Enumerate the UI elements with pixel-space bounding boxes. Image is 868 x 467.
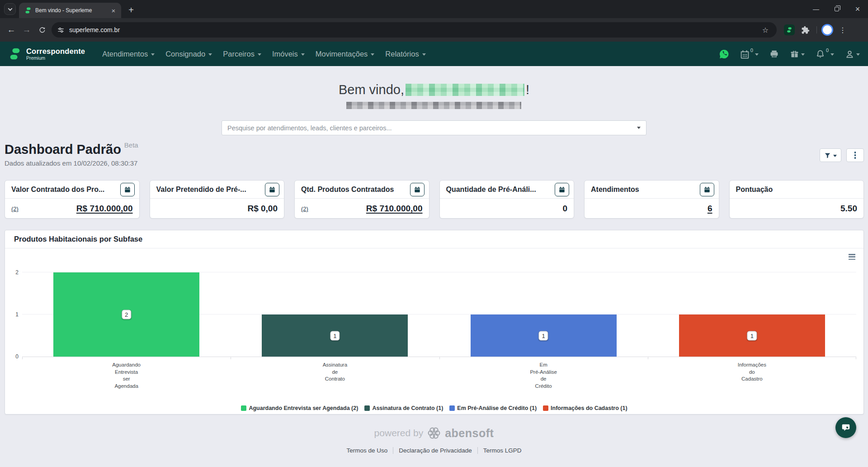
stat-card-value[interactable]: R$ 710.000,00 [76,204,133,214]
footer-links: Termos de UsoDeclaração de PrivacidadeTe… [0,447,868,454]
chart-menu-button[interactable] [847,253,857,261]
address-bar[interactable]: superleme.com.br ☆ [52,22,777,38]
gift-menu-button[interactable] [790,49,805,59]
chart-card: Produtos Habitacionais por Subfase 01221… [5,230,864,415]
tab-close-icon[interactable]: × [109,6,118,14]
legend-item[interactable]: Em Pré-Análise de Crédito (1) [449,405,537,411]
notifications-badge: 0 [826,48,829,53]
legend-item[interactable]: Aguardando Entrevista ser Agendada (2) [241,405,358,411]
welcome-prefix: Bem vindo, [339,82,404,97]
calendar-icon [740,49,750,59]
stat-card-title: Valor Contratado dos Pro... [11,186,104,194]
chevron-down-icon [856,53,860,56]
back-button[interactable]: ← [4,22,19,38]
welcome-heading: Bem vindo,! [0,82,868,97]
chart-bar[interactable]: 1 [471,315,617,357]
tab-search-button[interactable] [4,3,16,15]
legend-swatch [364,405,370,411]
bookmark-star-icon[interactable]: ☆ [760,24,771,36]
restore-button[interactable] [826,0,847,18]
chevron-down-icon [258,53,261,56]
stat-card-title: Qtd. Produtos Contratados [301,186,394,194]
new-tab-button[interactable]: + [125,4,137,16]
chevron-down-icon [755,53,759,56]
stat-cards-row: Valor Contratado dos Pro... (2) R$ 710.0… [5,180,864,219]
footer-link[interactable]: Termos de Uso [347,447,388,454]
chart-x-label: Em Pré-Análise de Crédito [439,362,648,390]
navbar-menu-item-label: Consignado [165,50,205,58]
stat-card-value[interactable]: 5.50 [840,204,857,214]
chart-y-tick-label: 2 [9,269,19,276]
site-info-icon[interactable] [57,26,65,34]
chart-bar[interactable]: 1 [262,315,408,357]
reload-button[interactable] [34,22,50,38]
chart-card-title: Produtos Habitacionais por Subfase [5,230,863,248]
stat-card-calendar-button[interactable] [120,183,135,196]
superleme-extension-icon[interactable] [784,24,795,35]
navbar-menu-item-label: Parceiros [223,50,255,58]
browser-tab-active[interactable]: Bem vindo - Superleme × [19,3,121,18]
navbar-menu-item-label: Atendimentos [102,50,148,58]
legend-item[interactable]: Informações do Cadastro (1) [543,405,627,411]
navbar-menu-item[interactable]: Movimentações [316,50,375,58]
chart-body: 0122111 Aguardando Entrevista ser Agenda… [5,248,863,414]
filter-button[interactable] [820,148,841,162]
tab-title: Bem vindo - Superleme [35,7,109,14]
navbar-menu-item[interactable]: Consignado [165,50,212,58]
navbar-menu-item[interactable]: Imóveis [272,50,305,58]
brand-logo-link[interactable]: Correspondente Premium [8,47,85,61]
global-search-select[interactable]: Pesquise por atendimentos, leads, client… [222,120,646,135]
chevron-down-icon [301,53,305,56]
stat-card-count-link[interactable]: (2) [301,205,308,212]
calendar-menu-button[interactable]: 0 [740,49,759,59]
stat-card-value[interactable]: R$ 0,00 [247,204,278,214]
chevron-down-icon [637,127,641,129]
chat-bubble-icon [841,423,851,433]
chart-x-axis-labels: Aguardando Entrevista ser AgendadaAssina… [22,362,856,398]
notifications-button[interactable]: 0 [816,49,834,59]
navbar-menu-item-label: Relatórios [385,50,419,58]
dashboard-header: Dashboard PadrãoBeta Dados atualizados e… [5,141,138,167]
stat-card-value[interactable]: R$ 710.000,00 [366,204,423,214]
extensions-button[interactable] [798,23,812,37]
chart-bar-value-label: 1 [330,331,340,340]
close-button[interactable]: × [847,0,868,18]
chart-bar[interactable]: 2 [53,272,199,357]
restore-icon [835,7,839,11]
kebab-menu-icon [854,152,856,159]
chevron-down-icon [830,53,834,56]
chat-fab-button[interactable] [835,417,856,438]
stat-card-value[interactable]: 6 [708,204,712,214]
footer-link[interactable]: Termos LGPD [483,447,522,454]
bell-icon [816,49,825,59]
stat-card-count-link[interactable]: (2) [11,205,19,212]
dashboard-options-button[interactable] [846,148,864,162]
footer-link[interactable]: Declaração de Privacidade [399,447,472,454]
legend-item[interactable]: Assinatura de Contrato (1) [364,405,443,411]
user-menu-button[interactable] [845,49,860,59]
stat-card-calendar-button[interactable] [555,183,569,196]
browser-tab-strip: Bem vindo - Superleme × + — × [0,0,868,18]
print-button[interactable] [769,49,779,59]
minimize-button[interactable]: — [806,0,826,18]
chart-bar[interactable]: 1 [679,315,825,357]
stat-card-calendar-button[interactable] [410,183,425,196]
navbar-menu-item[interactable]: Parceiros [223,50,261,58]
legend-label: Informações do Cadastro (1) [551,405,627,411]
stat-card-value[interactable]: 0 [562,204,567,214]
app-navbar: Correspondente Premium Atendimentos Cons… [0,42,868,66]
profile-avatar[interactable] [821,24,833,36]
navbar-menu-item[interactable]: Relatórios [385,50,425,58]
chart-y-tick-label: 0 [9,353,19,360]
chart-x-tick [648,357,648,359]
stat-card-calendar-button[interactable] [265,183,279,196]
stat-card-calendar-button[interactable] [700,183,714,196]
calendar-icon [414,186,421,193]
navbar-menu-item[interactable]: Atendimentos [102,50,155,58]
whatsapp-button[interactable] [719,49,729,59]
forward-button[interactable]: → [19,22,34,38]
browser-menu-button[interactable]: ⋮ [837,23,849,37]
stat-card: Qtd. Produtos Contratados (2) R$ 710.000… [294,180,429,219]
navbar-actions: 0 0 [719,49,860,59]
navbar-menu-item-label: Movimentações [316,50,368,58]
